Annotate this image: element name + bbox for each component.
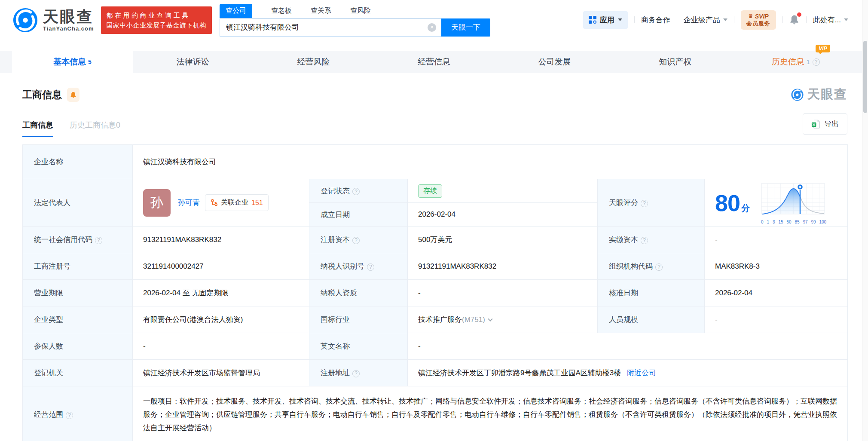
search-tab-boss[interactable]: 查老板 bbox=[265, 4, 298, 18]
tab-label: 法律诉讼 bbox=[177, 56, 209, 67]
company-type-value: 有限责任公司(港澳台法人独资) bbox=[133, 306, 309, 333]
english-name-label: 英文名称 bbox=[309, 333, 408, 360]
subscribe-bell-button[interactable] bbox=[67, 88, 79, 102]
search-tab-risk[interactable]: 查风险 bbox=[344, 4, 377, 18]
tab-label: 经营信息 bbox=[418, 56, 450, 67]
banner-line1: 都在用的商业查询工具 bbox=[107, 10, 207, 20]
subtab-registration-info[interactable]: 工商信息 bbox=[22, 120, 53, 137]
enterprise-label: 企业级产品 bbox=[684, 15, 720, 25]
reg-status-value: 存续 bbox=[408, 179, 598, 203]
insured-label: 参保人数 bbox=[23, 333, 133, 360]
main-content: 工商信息 天眼查 工商信息 bbox=[0, 86, 868, 441]
tianyan-score[interactable]: 80分 bbox=[715, 181, 840, 224]
tab-count: 1 bbox=[807, 58, 810, 65]
tab-basic-info[interactable]: 基本信息 5 bbox=[12, 51, 133, 73]
user-menu[interactable]: 此处有... bbox=[813, 15, 848, 25]
tab-legal-litigation[interactable]: 法律诉讼 bbox=[133, 51, 254, 73]
section-title: 工商信息 bbox=[22, 88, 62, 101]
avatar[interactable]: 孙 bbox=[143, 189, 171, 217]
export-button[interactable]: 导出 bbox=[803, 113, 847, 135]
legal-rep-link[interactable]: 孙可青 bbox=[178, 198, 200, 208]
nav-cooperation[interactable]: 商务合作 bbox=[641, 15, 670, 25]
header-nav: 应用 商务合作 企业级产品 ♛ SVIP 会员服务 bbox=[583, 10, 848, 30]
score-value: 80分 bbox=[705, 179, 848, 227]
tianyancha-watermark-icon bbox=[791, 88, 804, 101]
score-distribution-chart: 0131550859799100 bbox=[761, 181, 826, 224]
excel-icon bbox=[811, 119, 820, 129]
logo-text: 天眼查 TianYanCha.com bbox=[43, 9, 94, 32]
address-label: 注册地址 bbox=[309, 360, 408, 386]
notifications-bell[interactable] bbox=[789, 14, 800, 25]
establish-date-label: 成立日期 bbox=[309, 203, 408, 227]
subtab-history-registration-info[interactable]: 历史工商信息0 bbox=[70, 120, 120, 137]
taxpayer-id-value: 91321191MAK83RK832 bbox=[408, 253, 598, 280]
bell-icon bbox=[70, 91, 76, 98]
help-icon[interactable] bbox=[352, 370, 360, 377]
search-tab-company[interactable]: 查公司 bbox=[220, 4, 252, 18]
help-icon[interactable] bbox=[352, 188, 360, 195]
help-icon[interactable] bbox=[655, 263, 663, 271]
org-code-label: 组织机构代码 bbox=[598, 253, 705, 280]
export-label: 导出 bbox=[824, 119, 839, 129]
divider bbox=[634, 16, 635, 23]
clear-icon[interactable]: ✕ bbox=[428, 23, 436, 32]
related-companies-count: 151 bbox=[251, 199, 263, 207]
org-chart-icon bbox=[211, 199, 218, 206]
subtab-row: 工商信息 历史工商信息0 导出 bbox=[22, 113, 847, 137]
table-row: 参保人数 - 英文名称 - bbox=[23, 333, 848, 360]
taxpayer-id-label: 纳税人识别号 bbox=[309, 253, 408, 280]
table-row: 营业期限 2026-02-04 至 无固定期限 纳税人资质 - 核准日期 202… bbox=[23, 280, 848, 306]
divider bbox=[677, 16, 677, 23]
staff-size-value: - bbox=[705, 306, 848, 333]
svip-label-top: SVIP bbox=[755, 12, 769, 20]
user-menu-label: 此处有... bbox=[813, 15, 841, 25]
help-icon[interactable] bbox=[95, 237, 102, 244]
help-icon[interactable] bbox=[641, 237, 648, 244]
search-input[interactable] bbox=[220, 23, 428, 32]
approve-date-label: 核准日期 bbox=[598, 280, 705, 306]
svip-badge[interactable]: ♛ SVIP 会员服务 bbox=[741, 10, 776, 30]
help-icon[interactable] bbox=[367, 263, 374, 271]
search-box: ✕ bbox=[220, 18, 441, 37]
taxpayer-quality-label: 纳税人资质 bbox=[309, 280, 408, 306]
search-tab-relation[interactable]: 查关系 bbox=[305, 4, 337, 18]
nav-enterprise-products[interactable]: 企业级产品 bbox=[684, 15, 727, 25]
section-header: 工商信息 天眼查 bbox=[22, 86, 847, 103]
help-icon[interactable] bbox=[66, 412, 73, 419]
reg-capital-label: 注册资本 bbox=[309, 227, 408, 253]
tianyancha-logo-icon bbox=[12, 7, 39, 34]
search-button[interactable]: 天眼一下 bbox=[441, 18, 490, 37]
table-row: 企业类型 有限责任公司(港澳台法人独资) 国标行业 技术推广服务(M751) 人… bbox=[23, 306, 848, 333]
business-scope-value: 一般项目：软件开发；技术服务、技术开发、技术咨询、技术交流、技术转让、技术推广；… bbox=[133, 386, 848, 441]
help-icon[interactable] bbox=[352, 237, 360, 244]
paid-capital-label: 实缴资本 bbox=[598, 227, 705, 253]
related-companies-badge[interactable]: 关联企业 151 bbox=[205, 194, 269, 211]
tab-intellectual-property[interactable]: 知识产权 bbox=[615, 51, 736, 73]
divider bbox=[782, 16, 783, 23]
tab-history-info[interactable]: VIP 历史信息 1 bbox=[735, 51, 856, 73]
divider bbox=[806, 16, 807, 23]
help-icon[interactable] bbox=[641, 200, 648, 207]
search-row: ✕ 天眼一下 bbox=[220, 18, 490, 37]
industry-value[interactable]: 技术推广服务(M751) bbox=[408, 306, 598, 333]
help-icon[interactable] bbox=[813, 58, 820, 66]
grid-apps-icon bbox=[589, 16, 596, 24]
top-header: 天眼查 TianYanCha.com 都在用的商业查询工具 国家中小企业发展子基… bbox=[0, 0, 868, 40]
tab-company-development[interactable]: 公司发展 bbox=[494, 51, 615, 73]
tab-label: 知识产权 bbox=[659, 56, 691, 67]
nearby-companies-link[interactable]: 附近公司 bbox=[627, 369, 656, 377]
scrollbar-thumb[interactable] bbox=[863, 41, 867, 113]
status-badge: 存续 bbox=[418, 184, 442, 198]
scrollbar-track[interactable] bbox=[862, 0, 868, 441]
credit-code-label: 统一社会信用代码 bbox=[23, 227, 133, 253]
chevron-down-icon[interactable] bbox=[488, 317, 492, 322]
tab-count: 5 bbox=[88, 58, 92, 65]
company-name-label: 企业名称 bbox=[23, 145, 133, 179]
english-name-value: - bbox=[408, 333, 848, 360]
tab-operation-info[interactable]: 经营信息 bbox=[374, 51, 495, 73]
legal-rep-label: 法定代表人 bbox=[23, 179, 133, 227]
crown-icon: ♛ bbox=[748, 13, 753, 20]
tab-operation-risk[interactable]: 经营风险 bbox=[253, 51, 374, 73]
tianyancha-logo[interactable]: 天眼查 TianYanCha.com bbox=[12, 7, 94, 34]
apps-menu[interactable]: 应用 bbox=[583, 11, 628, 29]
